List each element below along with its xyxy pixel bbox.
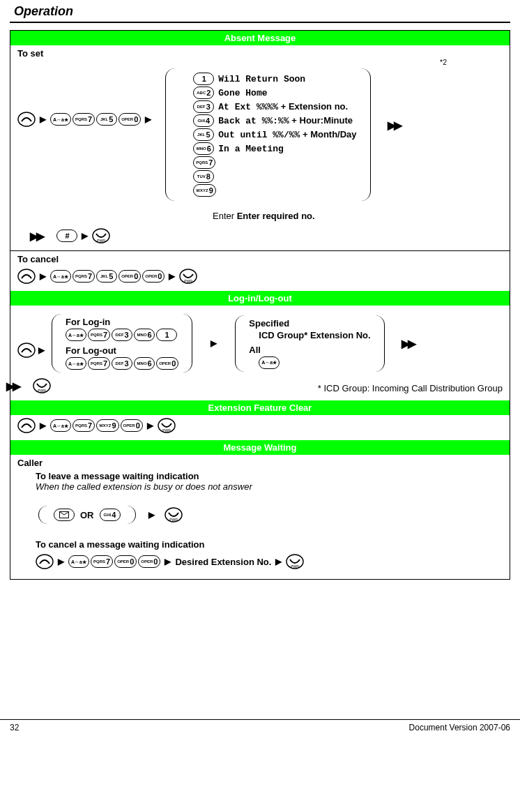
arrow-icon: ▶ (40, 114, 46, 124)
svg-point-15 (36, 555, 53, 569)
page-number: 32 (10, 723, 19, 732)
key-star: A↔a★ (50, 113, 71, 126)
key-7: PQRS7 (72, 270, 95, 283)
msg-2: Gone Home (218, 88, 267, 98)
section-log: Log-in/Log-out (10, 291, 510, 306)
key-5: JKL5 (96, 270, 117, 283)
key-9: WXYZ9 (193, 184, 215, 197)
arrow-icon: ▶ (82, 231, 88, 241)
doc-version: Document Version 2007-06 (409, 723, 510, 732)
key-7: PQRS7 (88, 357, 110, 370)
svg-point-6 (18, 343, 35, 357)
star2-note: *2 (440, 58, 447, 66)
arrow-icon: ▶ (211, 338, 217, 348)
svg-text:PWR: PWR (185, 279, 193, 283)
svg-point-9 (18, 419, 35, 433)
absent-to-cancel-block: To cancel ▶ A↔a★ PQRS7 JKL5 OPER0 OPER0 … (10, 250, 510, 291)
msg-3-code: At Ext %%%% (218, 102, 278, 112)
caller-label: Caller (17, 458, 503, 468)
absent-to-set-block: To set *2 ▶ A↔a★ PQRS7 JKL5 OPER0 ▶ (10, 45, 510, 250)
svg-text:PWR: PWR (38, 389, 46, 393)
key-0b: OPER0 (142, 270, 165, 283)
key-1: 1 (193, 73, 214, 85)
arrow-double-icon: ▶▶ (388, 119, 400, 132)
key-5: JKL5 (96, 113, 117, 126)
key-5b: JKL5 (193, 128, 214, 141)
svg-point-3 (18, 269, 35, 283)
onhook-icon: PWR (158, 418, 176, 433)
section-absent-message: Absent Message (10, 31, 510, 45)
key-7: PQRS7 (72, 113, 95, 126)
arrow-icon: ▶ (58, 557, 64, 566)
onhook-icon: PWR (92, 228, 110, 243)
msg-1: Will Return Soon (218, 74, 305, 84)
arrow-icon: ▶ (38, 345, 45, 355)
to-set-label: To set (17, 48, 503, 59)
onhook-icon: PWR (33, 378, 51, 393)
leave-sub: When the called extension is busy or doe… (36, 481, 503, 492)
to-cancel-label: To cancel (17, 254, 503, 264)
key-0: OPER0 (118, 113, 141, 126)
section-ext-clear: Extension Feature Clear (10, 400, 510, 415)
offhook-icon (36, 554, 54, 569)
for-logout-label: For Log-out (66, 345, 178, 356)
svg-text:PWR: PWR (291, 564, 300, 569)
msg-5-code: Out until %%/%% (218, 130, 300, 140)
svg-text:PWR: PWR (169, 518, 178, 522)
envelope-icon (59, 511, 69, 518)
key-1: 1 (156, 329, 177, 341)
icd-note: * ICD Group: Incoming Call Distribution … (318, 383, 503, 393)
arrow-icon: ▶ (148, 510, 155, 520)
all-label: All (249, 345, 370, 355)
key-message (54, 509, 75, 521)
key-3: DEF3 (112, 329, 132, 341)
leave-title: To leave a message waiting indication (36, 471, 503, 481)
key-star: A↔a★ (66, 329, 86, 341)
key-0: OPER0 (156, 357, 178, 370)
onhook-icon: PWR (286, 554, 304, 569)
key-star: A↔a★ (50, 270, 71, 283)
offhook-icon (17, 269, 36, 284)
key-7b: PQRS7 (193, 156, 215, 169)
key-hash: # (56, 230, 77, 242)
key-3: DEF3 (112, 357, 132, 370)
svg-text:PWR: PWR (97, 239, 105, 243)
arrow-icon: ▶ (145, 114, 151, 124)
msg-5-suffix: + Month/Day (300, 129, 356, 140)
section-msg-wait: Message Waiting (10, 440, 510, 455)
offhook-icon (17, 418, 36, 433)
arrow-double-icon: ▶▶ (30, 230, 43, 243)
specified-sub-label: ICD Group* Extension No. (259, 330, 370, 340)
onhook-icon: PWR (179, 269, 197, 284)
key-0: OPER0 (118, 270, 141, 283)
desired-ext-label: Desired Extension No. (175, 557, 271, 567)
msg-4-code: Back at %%:%% (218, 116, 289, 126)
or-label: OR (80, 510, 94, 520)
onhook-icon: PWR (165, 507, 183, 522)
key-4: GHI4 (193, 114, 214, 127)
bracket-left (165, 68, 175, 201)
specified-label: Specified (249, 318, 370, 329)
key-star: A↔a★ (68, 555, 89, 568)
key-4: GHI4 (100, 509, 121, 521)
key-7: PQRS7 (72, 419, 95, 432)
key-9: WXYZ9 (96, 419, 118, 432)
key-0: OPER0 (114, 555, 137, 568)
arrow-double-icon: ▶▶ (402, 337, 414, 350)
arrow-icon: ▶ (165, 557, 171, 566)
msg-3-suffix: + Extension no. (278, 101, 348, 112)
key-star: A↔a★ (66, 357, 86, 370)
arrow-icon: ▶ (40, 421, 46, 430)
offhook-icon (17, 343, 36, 358)
msg-6: In a Meeting (218, 144, 284, 154)
key-2: ABC2 (193, 87, 214, 99)
msg-wait-block: Caller To leave a message waiting indica… (10, 455, 510, 579)
for-login-label: For Log-in (66, 317, 178, 327)
arrow-icon: ▶ (275, 557, 282, 566)
arrow-icon: ▶ (169, 271, 175, 281)
page-title: Operation (14, 4, 510, 19)
key-8: TUV8 (193, 170, 214, 183)
main-panel: Absent Message To set *2 ▶ A↔a★ PQRS7 JK… (10, 30, 510, 580)
key-3: DEF3 (193, 100, 214, 113)
bracket-right (361, 68, 371, 201)
